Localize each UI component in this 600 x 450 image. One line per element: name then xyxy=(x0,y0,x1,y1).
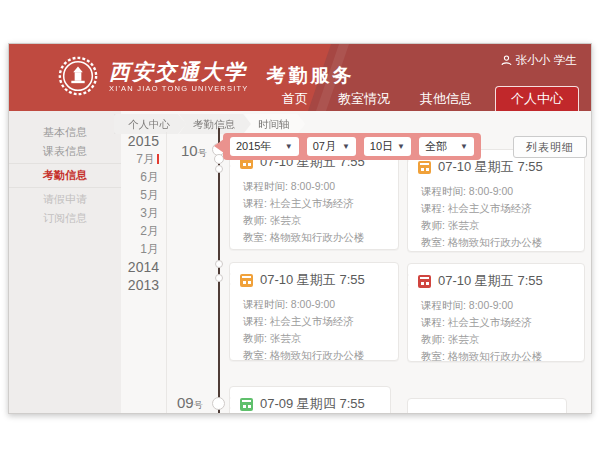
breadcrumb-item[interactable]: 考勤信息 xyxy=(179,114,251,134)
card-field: 课程时间: 8:00-9:00 xyxy=(421,297,574,314)
attendance-card[interactable]: 07-10 星期五 7:55 课程时间: 8:00-9:00课程: 社会主义市场… xyxy=(407,263,585,362)
main-nav: 首页教室情况其他信息个人中心 xyxy=(267,86,585,111)
calendar-icon xyxy=(418,275,431,288)
sidebar-item[interactable]: 课表信息 xyxy=(9,142,121,161)
university-titles: 西安交通大学 XI'AN JIAO TONG UNIVERSITY xyxy=(109,60,248,93)
sidebar-item[interactable]: 请假申请 xyxy=(9,190,121,209)
timeline-year-item[interactable]: 2015 xyxy=(117,132,159,150)
card-fields: 课程时间: 8:00-9:00课程: 社会主义市场经济教师: 张芸京教室: 格物… xyxy=(421,297,574,362)
sidebar-item[interactable]: 考勤信息 xyxy=(9,163,121,188)
card-fields: 课程时间: 8:00-9:00课程: 社会主义市场经济教师: 张芸京教室: 格物… xyxy=(243,296,388,361)
card-title: 07-10 星期五 7:55 xyxy=(438,272,543,290)
user-name: 张小小 xyxy=(516,53,551,68)
attendance-card[interactable]: 07-09 星期四 7:55 xyxy=(229,386,391,414)
university-name-cn: 西安交通大学 xyxy=(109,60,248,84)
card-title: 07-10 星期五 7:55 xyxy=(438,158,543,176)
timeline-day-label[interactable]: 10号 xyxy=(181,142,207,160)
timeline-node[interactable] xyxy=(215,260,223,268)
app-header: 西安交通大学 XI'AN JIAO TONG UNIVERSITY 考勤服务 张… xyxy=(9,44,591,111)
day-suffix: 号 xyxy=(198,148,207,158)
timeline-year-item[interactable]: 3月 xyxy=(117,204,159,222)
timeline-node[interactable] xyxy=(212,397,225,410)
card-field: 签到类型: 正常签到 xyxy=(421,251,574,252)
day-suffix: 号 xyxy=(194,400,203,410)
app-window: 西安交通大学 XI'AN JIAO TONG UNIVERSITY 考勤服务 张… xyxy=(8,43,592,414)
card-field: 教室: 格物致知行政办公楼 xyxy=(243,229,388,246)
card-field: 教室: 格物致知行政办公楼 xyxy=(421,234,574,251)
calendar-icon xyxy=(418,161,431,174)
timeline-year-item[interactable]: 7月 xyxy=(117,150,159,168)
nav-item[interactable]: 首页 xyxy=(267,86,323,111)
attendance-card[interactable]: 07-10 星期五 7:55 课程时间: 8:00-9:00课程: 社会主义市场… xyxy=(407,149,585,252)
sidebar: 基本信息课表信息考勤信息请假申请订阅信息 xyxy=(9,111,121,413)
breadcrumb-item[interactable]: 个人中心 xyxy=(114,114,186,134)
attendance-card[interactable] xyxy=(407,398,567,414)
card-field: 课程时间: 8:00-9:00 xyxy=(243,178,388,195)
timeline-year-item[interactable]: 2013 xyxy=(117,276,159,294)
calendar-icon xyxy=(240,274,253,287)
timeline-day-label[interactable]: 09号 xyxy=(177,394,203,412)
university-name-en: XI'AN JIAO TONG UNIVERSITY xyxy=(109,84,248,93)
timeline-year-item[interactable]: 2月 xyxy=(117,222,159,240)
card-field: 教师: 张芸京 xyxy=(243,330,388,347)
card-header: 07-09 星期四 7:55 xyxy=(240,395,380,413)
dropdown-value: 10日 xyxy=(370,139,393,154)
user-role: 学生 xyxy=(554,53,577,68)
card-field: 课程: 社会主义市场经济 xyxy=(421,314,574,331)
card-header: 07-10 星期五 7:55 xyxy=(418,272,574,290)
filter-dropdown-month[interactable]: 07月 ▼ xyxy=(307,137,356,156)
card-header: 07-10 星期五 7:55 xyxy=(240,271,388,289)
breadcrumb: 个人中心考勤信息时间轴 xyxy=(114,114,299,134)
card-field: 教室: 格物致知行政办公楼 xyxy=(243,347,388,361)
filter-dropdown-day[interactable]: 10日 ▼ xyxy=(364,137,411,156)
filter-dropdown-type[interactable]: 全部 ▼ xyxy=(419,137,474,156)
filter-dropdown-year[interactable]: 2015年 ▼ xyxy=(230,137,299,156)
timeline-year-item[interactable]: 1月 xyxy=(117,240,159,258)
card-title: 07-09 星期四 7:55 xyxy=(260,395,365,413)
card-field: 课程时间: 8:00-9:00 xyxy=(421,183,574,200)
card-field: 课程: 社会主义市场经济 xyxy=(421,200,574,217)
nav-item[interactable]: 其他信息 xyxy=(405,86,487,111)
day-number: 09 xyxy=(177,394,194,411)
user-info[interactable]: 张小小 学生 xyxy=(501,53,578,68)
calendar-icon xyxy=(240,398,253,411)
chevron-down-icon: ▼ xyxy=(342,142,350,151)
chevron-down-icon: ▼ xyxy=(397,142,405,151)
dropdown-value: 2015年 xyxy=(236,139,271,154)
card-fields: 课程时间: 8:00-9:00课程: 社会主义市场经济教师: 张芸京教室: 格物… xyxy=(421,183,574,252)
list-detail-button[interactable]: 列表明细 xyxy=(513,136,587,158)
sidebar-item[interactable]: 基本信息 xyxy=(9,123,121,142)
sidebar-item[interactable]: 订阅信息 xyxy=(9,209,121,228)
card-field: 课程: 社会主义市场经济 xyxy=(243,195,388,212)
card-header: 07-10 星期五 7:55 xyxy=(418,158,574,176)
card-field: 教师: 张芸京 xyxy=(243,212,388,229)
day-number: 10 xyxy=(181,142,198,159)
card-field: 教师: 张芸京 xyxy=(421,217,574,234)
timeline-node[interactable] xyxy=(215,274,223,282)
timeline-year-item[interactable]: 5月 xyxy=(117,186,159,204)
user-icon xyxy=(501,55,512,66)
card-fields: 课程时间: 8:00-9:00课程: 社会主义市场经济教师: 张芸京教室: 格物… xyxy=(243,178,388,250)
timeline-node[interactable] xyxy=(215,165,223,173)
breadcrumb-item[interactable]: 时间轴 xyxy=(244,114,306,134)
filter-bar: 2015年 ▼ 07月 ▼ 10日 ▼ 全部 ▼ xyxy=(223,133,481,160)
attendance-card[interactable]: 07-10 星期五 7:55 课程时间: 8:00-9:00课程: 社会主义市场… xyxy=(229,262,399,361)
card-field: 教师: 张芸京 xyxy=(421,331,574,348)
chevron-down-icon: ▼ xyxy=(460,142,468,151)
card-title: 07-10 星期五 7:55 xyxy=(260,271,365,289)
timeline-year-nav: 20157月6月5月3月2月1月20142013 xyxy=(117,132,167,413)
dropdown-value: 全部 xyxy=(425,139,447,154)
timeline-year-item[interactable]: 2014 xyxy=(117,258,159,276)
nav-item-active[interactable]: 个人中心 xyxy=(495,86,579,111)
nav-item[interactable]: 教室情况 xyxy=(323,86,405,111)
dropdown-value: 07月 xyxy=(313,139,336,154)
chevron-down-icon: ▼ xyxy=(285,142,293,151)
university-seal-icon xyxy=(57,55,99,97)
card-field: 课程时间: 8:00-9:00 xyxy=(243,296,388,313)
timeline-year-item[interactable]: 6月 xyxy=(117,168,159,186)
card-field: 教室: 格物致知行政办公楼 xyxy=(421,348,574,362)
card-field: 课程: 社会主义市场经济 xyxy=(243,313,388,330)
card-field: 签到类型: 正常签到 xyxy=(243,246,388,250)
